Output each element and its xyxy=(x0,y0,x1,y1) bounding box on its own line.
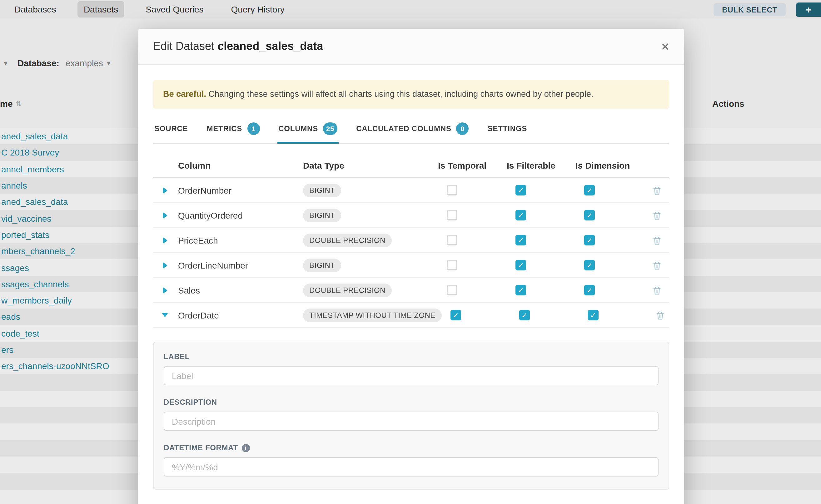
is-dimension-checkbox[interactable] xyxy=(584,185,595,195)
tab-source[interactable]: SOURCE xyxy=(153,122,189,143)
data-type-pill: BIGINT xyxy=(303,183,341,197)
column-name: OrderNumber xyxy=(178,185,303,195)
label-field-group: LABEL xyxy=(164,352,659,385)
is-dimension-header: Is Dimension xyxy=(576,161,644,170)
data-type-pill: BIGINT xyxy=(303,258,341,272)
column-name: QuantityOrdered xyxy=(178,210,303,220)
trash-icon xyxy=(652,285,661,295)
close-icon[interactable]: × xyxy=(661,40,669,53)
modal-header: Edit Dataset cleaned_sales_data × xyxy=(138,29,684,65)
tab-calculated-columns[interactable]: CALCULATED COLUMNS 0 xyxy=(355,122,470,143)
is-temporal-checkbox[interactable] xyxy=(451,310,461,320)
trash-icon xyxy=(652,235,661,245)
expand-caret-icon[interactable] xyxy=(163,187,167,193)
expand-caret-icon[interactable] xyxy=(162,313,168,317)
modal-title-dataset-name: cleaned_sales_data xyxy=(217,40,323,52)
warning-lead: Be careful. xyxy=(163,89,206,99)
calculated-columns-count-badge: 0 xyxy=(457,122,469,135)
is-filterable-checkbox[interactable] xyxy=(516,260,526,270)
trash-icon xyxy=(652,260,661,270)
column-row: OrderNumber BIGINT xyxy=(153,178,669,203)
is-temporal-checkbox[interactable] xyxy=(447,235,458,245)
datetime-format-field-group: DATETIME FORMAT xyxy=(164,443,659,477)
trash-icon xyxy=(652,210,661,220)
datetime-format-input[interactable] xyxy=(164,457,659,477)
data-type-pill: BIGINT xyxy=(303,208,341,222)
columns-table: Column Data Type Is Temporal Is Filterab… xyxy=(153,154,669,328)
edit-dataset-modal: Edit Dataset cleaned_sales_data × Be car… xyxy=(138,29,684,504)
tab-columns[interactable]: COLUMNS 25 xyxy=(277,122,339,143)
app-root: Databases Datasets Saved Queries Query H… xyxy=(0,0,821,504)
tab-label: SOURCE xyxy=(154,124,188,133)
delete-column-button[interactable] xyxy=(652,210,661,220)
column-name: OrderLineNumber xyxy=(178,260,303,270)
is-filterable-checkbox[interactable] xyxy=(516,235,526,245)
datetime-format-label-text: DATETIME FORMAT xyxy=(164,443,238,452)
column-name: PriceEach xyxy=(178,235,303,245)
is-filterable-checkbox[interactable] xyxy=(516,185,526,195)
metrics-count-badge: 1 xyxy=(247,122,260,135)
column-row: QuantityOrdered BIGINT xyxy=(153,203,669,228)
delete-column-button[interactable] xyxy=(652,235,661,245)
expand-caret-icon[interactable] xyxy=(163,237,167,243)
tab-settings[interactable]: SETTINGS xyxy=(487,122,528,143)
is-filterable-checkbox[interactable] xyxy=(516,210,526,220)
info-icon[interactable] xyxy=(241,444,250,452)
is-temporal-checkbox[interactable] xyxy=(447,260,458,270)
trash-icon xyxy=(652,185,661,195)
modal-title: Edit Dataset cleaned_sales_data xyxy=(153,40,323,53)
columns-table-header: Column Data Type Is Temporal Is Filterab… xyxy=(153,154,669,178)
delete-column-button[interactable] xyxy=(656,310,665,320)
columns-count-badge: 25 xyxy=(323,122,337,135)
label-field-label: LABEL xyxy=(164,352,659,361)
data-type-pill: DOUBLE PRECISION xyxy=(303,283,392,297)
warning-banner: Be careful. Changing these settings will… xyxy=(153,80,669,109)
label-input[interactable] xyxy=(164,366,659,385)
modal-title-prefix: Edit Dataset xyxy=(153,40,214,52)
is-temporal-checkbox[interactable] xyxy=(447,185,458,195)
modal-body: Be careful. Changing these settings will… xyxy=(138,80,684,490)
expand-caret-icon[interactable] xyxy=(163,287,167,293)
column-row: OrderLineNumber BIGINT xyxy=(153,253,669,278)
description-field-group: DESCRIPTION xyxy=(164,398,659,431)
is-temporal-checkbox[interactable] xyxy=(447,285,458,295)
delete-column-button[interactable] xyxy=(652,185,661,195)
is-dimension-checkbox[interactable] xyxy=(584,210,595,220)
is-dimension-checkbox[interactable] xyxy=(584,260,595,270)
is-filterable-checkbox[interactable] xyxy=(519,310,530,320)
description-input[interactable] xyxy=(164,412,659,431)
column-name: Sales xyxy=(178,285,303,295)
is-dimension-checkbox[interactable] xyxy=(584,235,595,245)
warning-text: Changing these settings will affect all … xyxy=(206,89,593,99)
is-filterable-header: Is Filterable xyxy=(507,161,576,170)
data-type-pill: TIMESTAMP WITHOUT TIME ZONE xyxy=(303,308,442,322)
data-type-header: Data Type xyxy=(303,161,438,170)
is-temporal-checkbox[interactable] xyxy=(447,210,458,220)
description-field-label: DESCRIPTION xyxy=(164,398,659,407)
is-temporal-header: Is Temporal xyxy=(438,161,507,170)
label-field-label-text: LABEL xyxy=(164,352,190,361)
column-header: Column xyxy=(178,161,303,170)
datetime-format-field-label: DATETIME FORMAT xyxy=(164,443,659,452)
column-row: Sales DOUBLE PRECISION xyxy=(153,278,669,303)
column-row: PriceEach DOUBLE PRECISION xyxy=(153,228,669,253)
description-field-label-text: DESCRIPTION xyxy=(164,398,217,407)
tab-label: METRICS xyxy=(207,124,242,133)
column-row: OrderDate TIMESTAMP WITHOUT TIME ZONE xyxy=(153,303,669,328)
is-filterable-checkbox[interactable] xyxy=(516,285,526,295)
column-name: OrderDate xyxy=(178,310,303,320)
modal-tabs: SOURCE METRICS 1 COLUMNS 25 CALCULATED C… xyxy=(153,122,669,144)
tab-metrics[interactable]: METRICS 1 xyxy=(205,122,261,143)
data-type-pill: DOUBLE PRECISION xyxy=(303,233,392,247)
expand-caret-icon[interactable] xyxy=(163,212,167,218)
trash-icon xyxy=(656,310,665,320)
tab-label: COLUMNS xyxy=(278,124,318,133)
tab-label: CALCULATED COLUMNS xyxy=(356,124,452,133)
expand-caret-icon[interactable] xyxy=(163,262,167,268)
delete-column-button[interactable] xyxy=(652,285,661,295)
column-editor-panel: LABEL DESCRIPTION DATETIME FORMAT xyxy=(153,342,669,490)
delete-column-button[interactable] xyxy=(652,260,661,270)
is-dimension-checkbox[interactable] xyxy=(584,285,595,295)
is-dimension-checkbox[interactable] xyxy=(588,310,599,320)
tab-label: SETTINGS xyxy=(488,124,527,133)
